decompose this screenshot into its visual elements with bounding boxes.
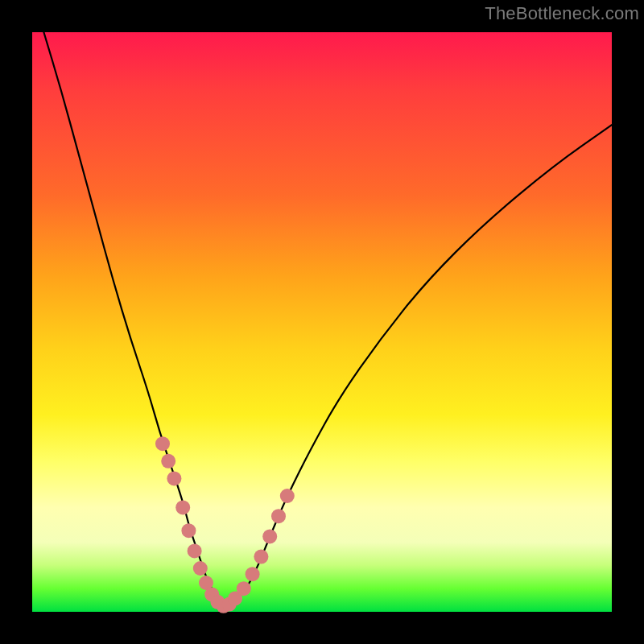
- highlight-dot: [193, 561, 208, 576]
- highlight-dot: [155, 436, 170, 451]
- plot-area: [32, 32, 612, 612]
- highlight-dot: [167, 471, 181, 485]
- highlight-dot: [280, 489, 295, 503]
- watermark-text: TheBottleneck.com: [485, 3, 639, 24]
- bottleneck-curve: [43, 32, 612, 606]
- highlight-dot: [237, 581, 251, 596]
- highlight-dot: [246, 567, 260, 581]
- highlight-dot: [161, 454, 175, 469]
- highlight-dot: [254, 550, 268, 564]
- curve-overlay: [32, 32, 612, 612]
- highlight-dot: [188, 543, 202, 558]
- chart-container: TheBottleneck.com: [0, 0, 644, 644]
- highlight-dots: [155, 436, 295, 613]
- highlight-dot: [271, 509, 286, 523]
- highlight-dot: [175, 500, 190, 514]
- highlight-dot: [181, 523, 196, 538]
- highlight-dot: [262, 529, 277, 543]
